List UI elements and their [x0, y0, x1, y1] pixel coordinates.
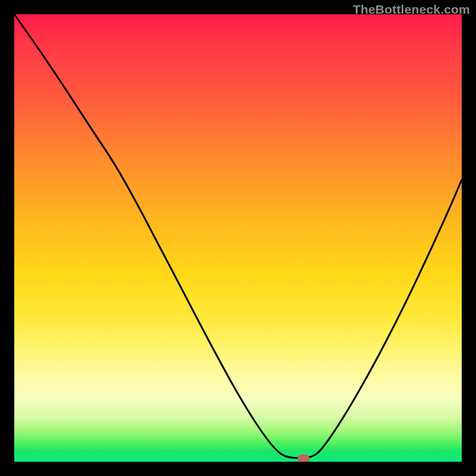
plot-area: [14, 14, 462, 462]
bottleneck-curve: [14, 14, 462, 462]
curve-path: [14, 14, 462, 458]
optimal-marker: [298, 455, 309, 462]
watermark-text: TheBottleneck.com: [353, 2, 470, 17]
chart-frame: TheBottleneck.com: [0, 0, 476, 476]
